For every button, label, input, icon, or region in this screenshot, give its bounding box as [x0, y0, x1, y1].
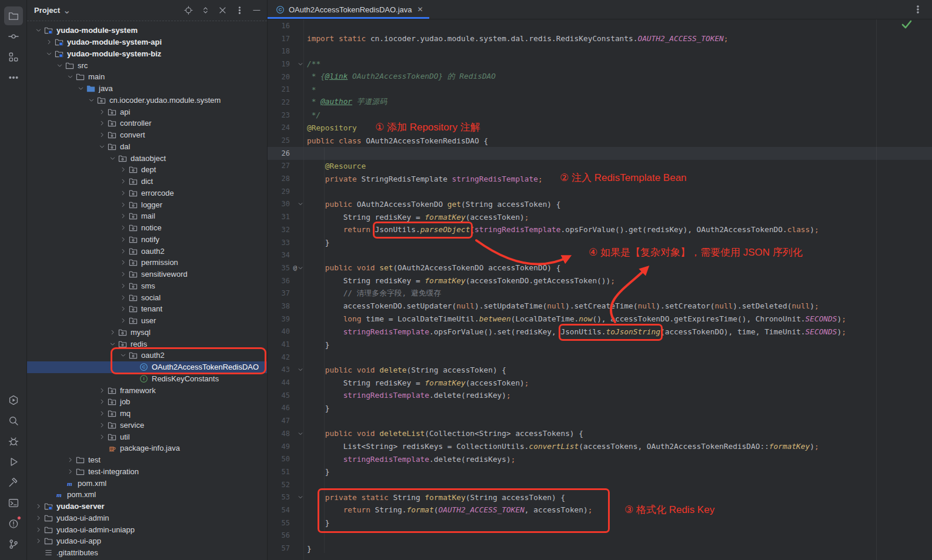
chevron-right-icon[interactable] [96, 420, 107, 430]
code-line-52[interactable]: 52 [268, 478, 932, 491]
tree-item-pom-xml[interactable]: mpom.xml [27, 489, 267, 501]
tree-item-main[interactable]: main [27, 71, 267, 83]
code-line-45[interactable]: 45 stringRedisTemplate.delete(redisKey); [268, 389, 932, 402]
tree-item-test[interactable]: test [27, 454, 267, 466]
code-line-31[interactable]: 31 String redisKey = formatKey(accessTok… [268, 210, 932, 223]
line-number[interactable]: 25 [268, 136, 290, 145]
line-number[interactable]: 28 [268, 175, 290, 183]
chevron-right-icon[interactable] [118, 165, 128, 175]
chevron-right-icon[interactable] [96, 130, 107, 140]
line-number[interactable]: 26 [268, 149, 290, 157]
line-number[interactable]: 30 [268, 200, 290, 208]
collapse-all-button[interactable] [218, 6, 227, 15]
tree-item-errorcode[interactable]: errorcode [27, 187, 267, 199]
chevron-right-icon[interactable] [107, 327, 118, 337]
tree-item-util[interactable]: util [27, 431, 267, 442]
tree-item-job[interactable]: job [27, 396, 267, 408]
code-line-23[interactable]: 23 */ [268, 109, 932, 122]
tree-item-api[interactable]: api [27, 106, 267, 118]
code-line-25[interactable]: 25public class OAuth2AccessTokenRedisDAO… [268, 134, 932, 147]
code-line-48[interactable]: 48 public void deleteList(Collection<Str… [268, 427, 932, 440]
line-number[interactable]: 19 [268, 60, 290, 68]
line-number[interactable]: 29 [268, 187, 290, 196]
code-line-24[interactable]: 24@Repository [268, 122, 932, 135]
code-line-16[interactable]: 16 [268, 19, 932, 32]
tree-item-notice[interactable]: notice [27, 222, 267, 234]
tree-item-notify[interactable]: notify [27, 234, 267, 246]
code-line-29[interactable]: 29 [268, 185, 932, 198]
chevron-right-icon[interactable] [96, 119, 107, 128]
chevron-down-icon[interactable] [44, 49, 54, 58]
chevron-right-icon[interactable] [96, 432, 107, 441]
code-line-40[interactable]: 40 stringRedisTemplate.opsForValue().set… [268, 326, 932, 338]
fold-marker[interactable] [290, 201, 303, 207]
code-line-50[interactable]: 50 stringRedisTemplate.delete(redisKeys)… [268, 452, 932, 465]
fold-marker[interactable]: @ [290, 264, 303, 271]
fold-chevron-icon[interactable] [298, 367, 303, 373]
line-number[interactable]: 34 [268, 251, 290, 259]
chevron-right-icon[interactable] [96, 107, 107, 116]
tree-item-redis[interactable]: redis [27, 338, 267, 350]
line-number[interactable]: 16 [268, 22, 290, 30]
chevron-right-icon[interactable] [65, 455, 75, 465]
code-line-27[interactable]: 27 @Resource [268, 160, 932, 173]
tree-item-tenant[interactable]: tenant [27, 303, 267, 315]
code-line-46[interactable]: 46 } [268, 402, 932, 415]
project-tool-button[interactable] [4, 6, 23, 25]
code-line-20[interactable]: 20 * {@link OAuth2AccessTokenDO} 的 Redis… [268, 71, 932, 83]
tree-item-mq[interactable]: mq [27, 408, 267, 420]
tree-item-yudao-module-system-api[interactable]: yudao-module-system-api [27, 36, 267, 48]
line-number[interactable]: 38 [268, 302, 290, 310]
chevron-right-icon[interactable] [118, 212, 128, 221]
chevron-right-icon[interactable] [118, 258, 128, 267]
tree-item-logger[interactable]: logger [27, 199, 267, 210]
tree-item-oauth2[interactable]: oauth2 [27, 245, 267, 257]
editor-options-kebab-icon[interactable] [913, 0, 932, 19]
code-line-49[interactable]: 49 List<String> redisKeys = CollectionUt… [268, 440, 932, 453]
tab-close-icon[interactable]: ✕ [417, 5, 423, 14]
tree-item-sms[interactable]: sms [27, 280, 267, 292]
tree-item-rediskeyconstants[interactable]: IRedisKeyConstants [27, 373, 267, 385]
fold-marker[interactable] [290, 367, 303, 373]
line-number[interactable]: 23 [268, 111, 290, 119]
chevron-right-icon[interactable] [118, 270, 128, 279]
code-line-26[interactable]: 26 [268, 147, 932, 160]
tree-item-mysql[interactable]: mysql [27, 327, 267, 338]
line-number[interactable]: 39 [268, 315, 290, 323]
code-line-18[interactable]: 18 [268, 45, 932, 58]
line-number[interactable]: 33 [268, 239, 290, 247]
line-number[interactable]: 50 [268, 455, 290, 463]
expand-collapse-button[interactable] [201, 6, 210, 15]
tree-item-cn-iocoder-yudao-module-system[interactable]: cn.iocoder.yudao.module.system [27, 95, 267, 106]
line-number[interactable]: 18 [268, 47, 290, 55]
chevron-down-icon[interactable] [107, 153, 118, 163]
line-number[interactable]: 55 [268, 519, 290, 527]
chevron-right-icon[interactable] [118, 200, 128, 209]
chevron-down-icon[interactable] [75, 84, 86, 93]
chevron-right-icon[interactable] [118, 293, 128, 302]
chevron-right-icon[interactable] [118, 281, 128, 290]
line-number[interactable]: 40 [268, 327, 290, 336]
code-line-39[interactable]: 39 long time = LocalDateTimeUtil.between… [268, 313, 932, 326]
tree-item-yudao-server[interactable]: yudao-server [27, 501, 267, 512]
fold-marker[interactable] [290, 61, 303, 67]
line-number[interactable]: 24 [268, 123, 290, 132]
tree-item-package-info-java[interactable]: package-info.java [27, 442, 267, 454]
debug-tool-button[interactable] [4, 432, 23, 451]
code-line-38[interactable]: 38 accessTokenDO.setUpdater(null).setUpd… [268, 300, 932, 313]
tree-item-java[interactable]: java [27, 83, 267, 95]
tab-oauth2accesstokenredisdao[interactable]: C OAuth2AccessTokenRedisDAO.java ✕ [268, 0, 429, 19]
line-number[interactable]: 22 [268, 98, 290, 106]
code-line-28[interactable]: 28 private StringRedisTemplate stringRed… [268, 172, 932, 185]
code-line-17[interactable]: 17import static cn.iocoder.yudao.module.… [268, 32, 932, 45]
code-line-51[interactable]: 51 } [268, 465, 932, 478]
code-line-37[interactable]: 37 // 清理多余字段, 避免缓存 [268, 287, 932, 300]
chevron-right-icon[interactable] [33, 513, 44, 522]
code-line-57[interactable]: 57} [268, 542, 932, 555]
code-line-44[interactable]: 44 String redisKey = formatKey(accessTok… [268, 376, 932, 389]
fold-chevron-icon[interactable] [298, 61, 303, 67]
line-number[interactable]: 37 [268, 289, 290, 297]
tree-item-sensitiveword[interactable]: sensitiveword [27, 269, 267, 280]
tree-item--gitattributes[interactable]: .gitattributes [27, 547, 267, 559]
line-number[interactable]: 48 [268, 430, 290, 438]
